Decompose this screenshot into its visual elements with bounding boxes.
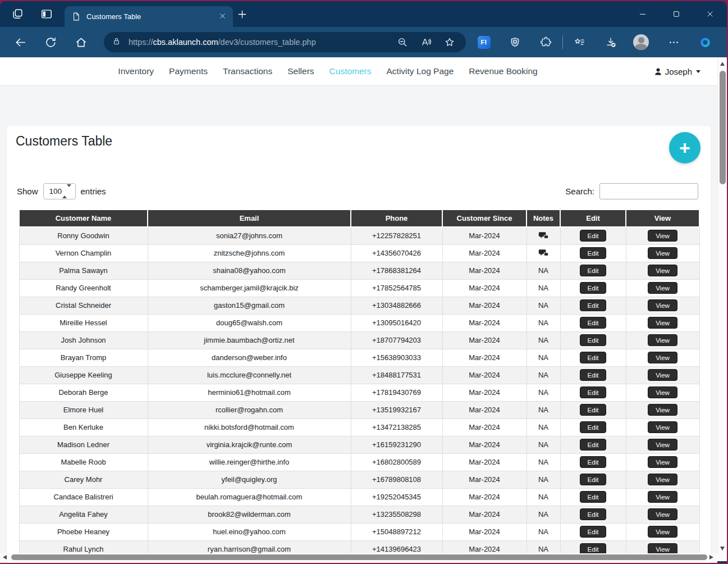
view-button[interactable]: View: [648, 491, 677, 503]
scroll-right-arrow-icon[interactable]: [709, 555, 713, 560]
customer-email-cell: rcollier@rogahn.com: [148, 401, 351, 419]
vertical-scrollbar-thumb[interactable]: [720, 71, 726, 184]
view-button[interactable]: View: [648, 421, 677, 433]
comment-icon[interactable]: [538, 249, 549, 258]
view-button[interactable]: View: [648, 352, 677, 363]
customer-phone-cell: +15638903033: [351, 349, 442, 366]
edit-button[interactable]: Edit: [580, 299, 607, 311]
favorites-bar-icon[interactable]: [571, 34, 587, 50]
fi-extension-icon[interactable]: FI: [476, 34, 492, 50]
split-screen-icon[interactable]: [39, 7, 54, 21]
comment-icon[interactable]: [538, 231, 549, 240]
close-window-icon[interactable]: [698, 5, 722, 22]
customer-email-cell: brook82@wilderman.com: [148, 506, 351, 523]
edit-button[interactable]: Edit: [580, 491, 607, 503]
nav-item-payments[interactable]: Payments: [169, 66, 208, 76]
nav-item-activity-log-page[interactable]: Activity Log Page: [387, 66, 454, 76]
customer-name-cell: Elmore Huel: [19, 401, 148, 419]
edit-button[interactable]: Edit: [580, 404, 607, 416]
edit-button[interactable]: Edit: [580, 282, 607, 294]
view-button[interactable]: View: [648, 230, 677, 242]
scroll-down-arrow-icon[interactable]: [720, 547, 725, 551]
maximize-icon[interactable]: [665, 5, 688, 22]
address-bar[interactable]: https://cbs.aklaunch.com/dev3/customers_…: [104, 32, 466, 52]
shield-extension-icon[interactable]: [507, 34, 523, 50]
browser-tab[interactable]: Customers Table: [65, 6, 233, 27]
notes-cell: NA: [526, 506, 560, 523]
horizontal-scrollbar-thumb[interactable]: [11, 554, 707, 560]
table-body: Ronny Goodwinsonia27@johns.com+122578282…: [19, 227, 699, 558]
scroll-up-arrow-icon[interactable]: [720, 62, 725, 66]
refresh-icon[interactable]: [43, 34, 58, 50]
edit-button[interactable]: Edit: [580, 334, 607, 346]
read-aloud-icon[interactable]: [418, 34, 434, 51]
edit-button[interactable]: Edit: [580, 526, 607, 538]
url-text[interactable]: https://cbs.aklaunch.com/dev3/customers_…: [129, 38, 387, 47]
profile-avatar-icon[interactable]: [633, 34, 649, 50]
vertical-scrollbar[interactable]: [717, 57, 727, 554]
home-icon[interactable]: [73, 34, 89, 50]
nav-item-transactions[interactable]: Transactions: [223, 66, 272, 76]
extensions-puzzle-icon[interactable]: [538, 34, 553, 50]
user-menu[interactable]: Joseph: [653, 57, 700, 85]
nav-item-revenue-booking[interactable]: Revenue Booking: [469, 66, 537, 76]
nav-item-sellers[interactable]: Sellers: [287, 66, 314, 76]
edit-button[interactable]: Edit: [580, 421, 607, 433]
horizontal-scrollbar[interactable]: [0, 553, 727, 561]
customer-email-cell: huel.eino@yahoo.com: [148, 523, 351, 540]
customer-phone-cell: +13034882666: [351, 297, 442, 314]
more-options-icon[interactable]: [666, 34, 681, 50]
edit-cell: Edit: [560, 349, 626, 366]
person-icon: [653, 67, 663, 76]
customer-since-cell: Mar-2024: [442, 279, 526, 297]
view-button[interactable]: View: [648, 369, 677, 381]
edit-button[interactable]: Edit: [580, 456, 607, 468]
tab-stack-icon[interactable]: [10, 7, 25, 21]
nav-links: InventoryPaymentsTransactionsSellersCust…: [0, 57, 717, 85]
view-button[interactable]: View: [648, 265, 677, 276]
favorite-star-icon[interactable]: [441, 34, 458, 51]
edit-button[interactable]: Edit: [580, 439, 607, 451]
edit-button[interactable]: Edit: [580, 369, 607, 381]
edit-button[interactable]: Edit: [580, 265, 607, 276]
nav-item-inventory[interactable]: Inventory: [118, 66, 154, 76]
view-button[interactable]: View: [648, 386, 677, 398]
close-tab-icon[interactable]: [219, 12, 226, 22]
edit-button[interactable]: Edit: [580, 247, 607, 259]
nav-item-customers[interactable]: Customers: [329, 66, 372, 76]
minimize-icon[interactable]: [631, 5, 654, 22]
edit-button[interactable]: Edit: [580, 386, 607, 398]
add-customer-button[interactable]: +: [669, 132, 700, 163]
view-button[interactable]: View: [648, 526, 677, 538]
customer-email-cell: znitzsche@johns.com: [148, 244, 351, 262]
view-button[interactable]: View: [648, 404, 677, 416]
view-button[interactable]: View: [648, 508, 677, 520]
table-row: Palma Sawaynshaina08@yahoo.com+178683812…: [19, 262, 699, 279]
view-button[interactable]: View: [648, 317, 677, 329]
view-button[interactable]: View: [648, 456, 677, 468]
downloads-icon[interactable]: [603, 34, 619, 50]
notes-cell[interactable]: [526, 227, 560, 244]
view-button[interactable]: View: [648, 299, 677, 311]
table-row: Candace Balistreribeulah.romaguera@hotma…: [19, 488, 699, 506]
view-button[interactable]: View: [648, 282, 677, 294]
zoom-out-icon[interactable]: [394, 34, 411, 51]
view-button[interactable]: View: [648, 247, 677, 259]
notes-cell[interactable]: [526, 244, 560, 262]
view-button[interactable]: View: [648, 334, 677, 346]
edit-button[interactable]: Edit: [580, 352, 607, 363]
entries-select[interactable]: 100: [43, 183, 76, 199]
view-button[interactable]: View: [648, 474, 677, 485]
back-icon[interactable]: [12, 34, 28, 50]
copilot-icon[interactable]: [697, 34, 713, 50]
edit-button[interactable]: Edit: [580, 474, 607, 485]
new-tab-icon[interactable]: [237, 9, 248, 20]
table-row: Deborah Bergeherminio61@hotmail.com+1781…: [19, 384, 699, 401]
edit-button[interactable]: Edit: [580, 508, 607, 520]
scroll-left-arrow-icon[interactable]: [3, 555, 7, 560]
edit-button[interactable]: Edit: [580, 317, 607, 329]
edit-button[interactable]: Edit: [580, 230, 607, 242]
search-input[interactable]: [599, 183, 698, 199]
view-button[interactable]: View: [648, 439, 677, 451]
lock-icon[interactable]: [112, 37, 121, 48]
